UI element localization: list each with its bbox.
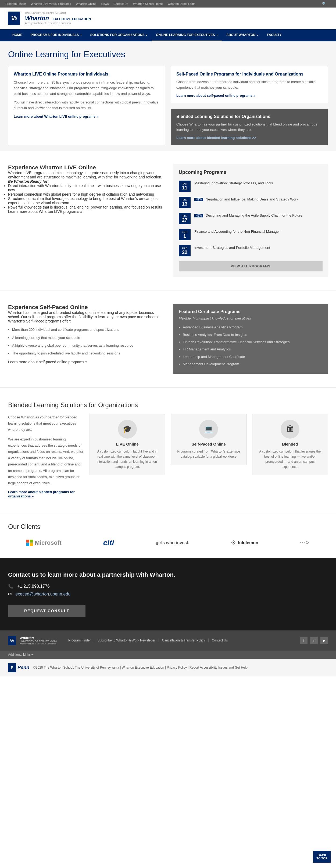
search-icon[interactable]: 🔍 [322, 2, 327, 6]
footer-links: Program Finder Subscribe to Wharton@Work… [65, 639, 231, 642]
blended-card-blended-title: Blended [258, 442, 323, 446]
nav-home[interactable]: HOME [8, 29, 26, 41]
hero-card-blended-body: Choose Wharton as your partner for custo… [176, 122, 322, 133]
program-title[interactable]: Investment Strategies and Portfolio Mana… [194, 245, 270, 250]
list-item[interactable]: Business Analytics: From Data to Insight… [183, 332, 323, 338]
program-title[interactable]: NEW Designing and Managing the Agile Sup… [194, 213, 302, 218]
footer-link-cancellation[interactable]: Cancellation & Transfer Policy [159, 639, 209, 642]
blended-grid: Choose Wharton as your partner for blend… [8, 414, 328, 498]
wharton-logo[interactable]: 𝕎 UNIVERSITY OF PENNSYLVANIA Wharton EXE… [8, 11, 91, 25]
blended-title: Blended Learning Solutions for Organizat… [8, 401, 328, 409]
hero-card-live-body2: You will have direct interaction with fa… [14, 100, 160, 111]
additional-links[interactable]: Additional Links ▾ [8, 653, 328, 656]
chevron-down-icon: ▾ [256, 34, 258, 36]
client-microsoft-label: Microsoft [35, 539, 62, 546]
nav-online-learning[interactable]: ONLINE LEARNING FOR EXECUTIVES ▾ [152, 29, 222, 41]
self-paced-section: Experience Self-Paced Online Wharton has… [0, 290, 336, 387]
date-badge: JAN 11 [179, 181, 190, 192]
live-section-link[interactable]: Learn more about Wharton LIVE programs » [8, 209, 82, 214]
microsoft-grid-icon [26, 539, 33, 546]
youtube-icon[interactable]: ▶ [320, 637, 328, 644]
hero-card-live-link[interactable]: Learn more about Wharton LIVE online pro… [14, 115, 98, 119]
footer-penn-shield-icon: 𝕎 [8, 636, 16, 645]
client-other: ···> [300, 539, 310, 546]
footer-bottom-bar: Additional Links ▾ [0, 651, 336, 659]
hero-card-blended-title: Blended Learning Solutions for Organizat… [176, 114, 322, 119]
utility-link-program-finder[interactable]: Program Finder [5, 2, 26, 5]
nav-solutions[interactable]: SOLUTIONS FOR ORGANIZATIONS ▾ [86, 29, 152, 41]
site-header: 𝕎 UNIVERSITY OF PENNSYLVANIA Wharton EXE… [0, 7, 336, 29]
logo-school: Wharton [25, 15, 49, 22]
view-all-button[interactable]: VIEW ALL PROGRAMS [179, 261, 323, 271]
copyright-text: ©2020 The Wharton School, The University… [33, 665, 248, 670]
utility-link-school[interactable]: Wharton School Home [133, 2, 163, 5]
request-consult-button[interactable]: REQUEST CONSULT [8, 604, 86, 617]
list-item[interactable]: HR Management and Analytics [183, 346, 323, 352]
list-item: Personal connection with global peers fo… [8, 192, 163, 196]
live-section-grid: Experience Wharton LIVE Online Wharton L… [8, 164, 328, 277]
program-item-1: JAN 11 Mastering Innovation: Strategy, P… [179, 181, 323, 192]
hero-card-selfpaced-link[interactable]: Learn more about self-paced online progr… [176, 94, 255, 98]
nav-about[interactable]: ABOUT WHARTON ▾ [222, 29, 263, 41]
facebook-icon[interactable]: f [300, 637, 307, 644]
program-item-2: JAN 13 NEW Negotiation and Influence: Ma… [179, 197, 323, 208]
phone-number: +1.215.898.1776 [17, 584, 50, 589]
self-paced-offer: Wharton's Self-Paced programs offer: [8, 319, 163, 323]
list-item[interactable]: Fintech Revolution: Transformative Finan… [183, 339, 323, 345]
chevron-down-icon: ▾ [80, 34, 82, 36]
footer-link-newsletter[interactable]: Subscribe to Wharton@Work Newsletter [94, 639, 159, 642]
utility-link-news[interactable]: News [101, 2, 109, 5]
program-title[interactable]: NEW Negotiation and Influence: Making De… [194, 197, 298, 202]
chevron-down-icon: ▾ [31, 653, 33, 656]
hero-card-blended-link[interactable]: Learn more about blended learning soluti… [176, 136, 256, 140]
list-item[interactable]: Leadership and Management Certificate [183, 354, 323, 360]
cta-email: ✉ execed@wharton.upenn.edu [8, 591, 328, 597]
hero-grid: Wharton LIVE Online Programs for Individ… [8, 66, 328, 145]
utility-link-direct[interactable]: Wharton Direct Login [167, 2, 195, 5]
blended-card-live: 🎓 LIVE Online A customized curriculum ta… [90, 414, 165, 475]
blended-intro-p2: We are expert in customized learning exp… [8, 436, 84, 487]
nav-programs[interactable]: PROGRAMS FOR INDIVIDUALS ▾ [26, 29, 86, 41]
email-link[interactable]: execed@wharton.upenn.edu [15, 592, 70, 596]
footer-logo-subtitle: UNIVERSITY OF PENNSYLVANIA [20, 640, 57, 643]
list-item[interactable]: Management Development Program [183, 361, 323, 367]
live-section-be-ready: Be Wharton Ready for: [8, 179, 163, 184]
linkedin-icon[interactable]: in [310, 637, 318, 644]
footer-logo-tagline: Aresty Institute of Executive Education [20, 643, 57, 645]
blended-intro-p1: Choose Wharton as your partner for blend… [8, 414, 84, 433]
blended-link[interactable]: Learn more about blended programs for or… [8, 490, 75, 498]
footer-logo: 𝕎 Wharton UNIVERSITY OF PENNSYLVANIA Are… [8, 636, 57, 645]
clients-title: Our Clients [8, 523, 328, 530]
live-online-icon: 🎓 [118, 420, 137, 439]
blended-card-selfpaced-title: Self-Paced Online [176, 442, 241, 446]
hero-title: Online Learning for Executives [8, 50, 328, 59]
program-item-5: FEB 22 Investment Strategies and Portfol… [179, 245, 323, 256]
hero-card-selfpaced-title: Self-Paced Online Programs for Individua… [176, 72, 322, 76]
client-citi: citi [103, 538, 114, 547]
footer-link-contact[interactable]: Contact Us [209, 639, 231, 642]
program-title[interactable]: Finance and Accounting for the Non-Finan… [194, 229, 280, 234]
blended-section: Blended Learning Solutions for Organizat… [0, 388, 336, 512]
list-item: Direct interaction with Wharton faculty … [8, 184, 163, 192]
main-nav: HOME PROGRAMS FOR INDIVIDUALS ▾ SOLUTION… [0, 29, 336, 41]
self-paced-link[interactable]: Learn more about self-paced online progr… [8, 360, 87, 364]
penn-shield-icon: 𝕎 [8, 11, 20, 25]
logo-edu: EXECUTIVE EDUCATION [53, 17, 91, 21]
footer-top: 𝕎 Wharton UNIVERSITY OF PENNSYLVANIA Are… [8, 636, 328, 645]
list-item[interactable]: Advanced Business Analytics Program [183, 324, 323, 330]
clients-section: Our Clients Microsoft citi girls who inv… [0, 512, 336, 558]
hero-right-col: Self-Paced Online Programs for Individua… [171, 66, 328, 145]
self-paced-bullets: More than 200 individual and certificate… [12, 327, 163, 356]
utility-link-online[interactable]: Wharton Online [76, 2, 96, 5]
program-title[interactable]: Mastering Innovation: Strategy, Process,… [194, 181, 273, 186]
hero-card-blended: Blended Learning Solutions for Organizat… [171, 108, 328, 146]
utility-link-live[interactable]: Wharton Live Virtual Programs [31, 2, 71, 5]
penn-wordmark: Penn [18, 665, 29, 671]
program-item-4: FEB 1 Finance and Accounting for the Non… [179, 229, 323, 240]
utility-bar: Program Finder Wharton Live Virtual Prog… [0, 0, 336, 7]
nav-faculty[interactable]: FACULTY [263, 29, 286, 41]
footer-link-program[interactable]: Program Finder [65, 639, 94, 642]
date-badge: FEB 22 [179, 245, 190, 256]
utility-link-contact[interactable]: Contact Us [114, 2, 128, 5]
penn-logo: P Penn [8, 663, 29, 672]
